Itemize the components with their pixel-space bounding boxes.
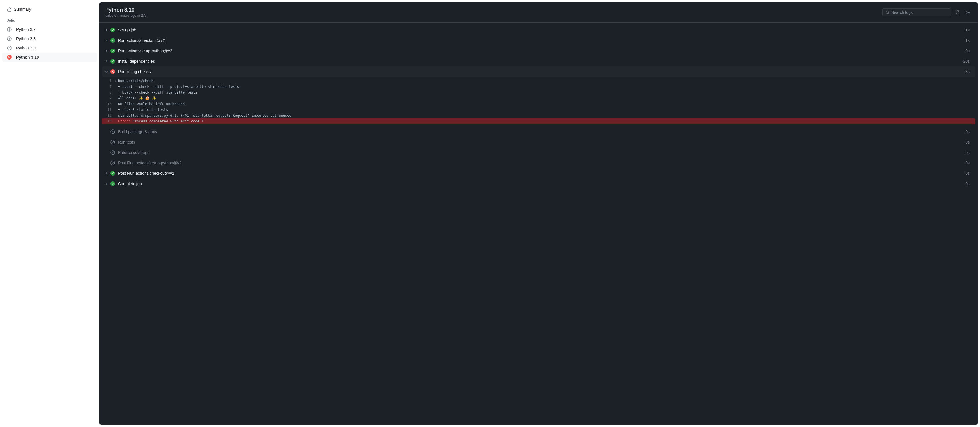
step-name: Build package & docs — [118, 129, 965, 134]
step-row[interactable]: Run linting checks3s — [102, 67, 975, 77]
step-name: Install dependencies — [118, 59, 963, 63]
success-icon — [110, 181, 116, 187]
success-icon — [110, 58, 116, 64]
line-text: Run scripts/check — [118, 78, 153, 84]
job-label: Python 3.7 — [16, 27, 35, 32]
step-row[interactable]: Post Run actions/setup-python@v20s — [102, 158, 975, 168]
step-row[interactable]: Build package & docs0s — [102, 127, 975, 137]
line-gutter — [115, 90, 118, 95]
line-number: 1 — [104, 78, 115, 84]
search-input[interactable] — [891, 10, 948, 15]
step-row[interactable]: Run actions/checkout@v21s — [102, 35, 975, 46]
line-gutter: ▸ — [115, 78, 118, 84]
log-header-actions — [882, 8, 972, 16]
failed-icon — [110, 69, 116, 75]
skipped-icon — [110, 150, 116, 156]
line-gutter — [115, 84, 118, 90]
step-name: Run actions/checkout@v2 — [118, 38, 965, 43]
svg-point-7 — [886, 11, 889, 13]
log-line[interactable]: 12starlette/formparsers.py:6:1: F401 'st… — [102, 113, 975, 119]
step-row[interactable]: Run tests0s — [102, 137, 975, 148]
line-text: All done! ✨ 🍰 ✨ — [118, 95, 156, 101]
step-duration: 3s — [965, 69, 970, 74]
step-name: Complete job — [118, 181, 965, 186]
main: Python 3.10 failed 6 minutes ago in 27s — [99, 0, 980, 427]
line-number: 8 — [104, 90, 115, 95]
search-box[interactable] — [882, 8, 951, 16]
step-duration: 1s — [965, 28, 970, 32]
step-row[interactable]: Set up job1s — [102, 25, 975, 35]
step-duration: 0s — [965, 150, 970, 155]
line-number: 7 — [104, 84, 115, 90]
status-prefix: failed — [105, 14, 114, 17]
line-number: 9 — [104, 95, 115, 101]
step-duration: 0s — [965, 129, 970, 134]
success-icon — [110, 27, 116, 33]
gear-icon — [966, 10, 970, 15]
log-header-left: Python 3.10 failed 6 minutes ago in 27s — [105, 7, 146, 17]
line-number: 10 — [104, 101, 115, 107]
line-text: + isort --check --diff --project=starlet… — [118, 84, 239, 90]
step-name: Post Run actions/setup-python@v2 — [118, 160, 965, 165]
step-row[interactable]: Run actions/setup-python@v20s — [102, 46, 975, 56]
sidebar-job-item[interactable]: Python 3.7 — [2, 25, 97, 34]
line-text: + flake8 starlette tests — [118, 107, 168, 113]
chevron-right-icon — [104, 181, 109, 186]
line-number: 13 — [104, 119, 115, 124]
step-row[interactable]: Enforce coverage0s — [102, 148, 975, 158]
chevron-right-icon — [104, 49, 109, 53]
search-icon — [886, 10, 889, 14]
sidebar-job-item[interactable]: Python 3.10 — [2, 52, 97, 62]
step-duration: 0s — [965, 171, 970, 176]
line-text: Error: Process completed with exit code … — [118, 119, 205, 124]
success-icon — [110, 170, 116, 176]
step-duration: 0s — [965, 160, 970, 165]
refresh-button[interactable] — [953, 8, 961, 16]
cancelled-icon — [7, 46, 11, 50]
timestamp: 6 minutes ago — [115, 14, 136, 17]
step-name: Set up job — [118, 28, 965, 32]
step-duration: 20s — [963, 59, 970, 63]
line-text: + black --check --diff starlette tests — [118, 90, 197, 95]
chevron-right-icon — [104, 28, 109, 32]
sidebar-summary-label: Summary — [14, 7, 31, 11]
svg-point-5 — [9, 49, 10, 49]
log-line[interactable]: 11+ flake8 starlette tests — [102, 107, 975, 113]
success-icon — [110, 48, 116, 54]
step-row[interactable]: Complete job0s — [102, 179, 975, 189]
line-gutter — [115, 119, 118, 124]
sidebar-summary[interactable]: Summary — [2, 5, 97, 14]
job-title: Python 3.10 — [105, 7, 146, 13]
step-row[interactable]: Post Run actions/checkout@v20s — [102, 168, 975, 179]
settings-button[interactable] — [964, 8, 972, 16]
sidebar: Summary Jobs Python 3.7Python 3.8Python … — [0, 0, 99, 427]
log-panel: Python 3.10 failed 6 minutes ago in 27s — [99, 2, 978, 425]
log-line[interactable]: 13Error: Process completed with exit cod… — [102, 119, 975, 124]
svg-point-8 — [967, 11, 969, 13]
line-gutter — [115, 101, 118, 107]
log-line[interactable]: 1066 files would be left unchanged. — [102, 101, 975, 107]
cancelled-icon — [7, 27, 11, 32]
line-gutter — [115, 107, 118, 113]
chevron-right-icon — [104, 171, 109, 176]
line-gutter — [115, 95, 118, 101]
line-number: 12 — [104, 113, 115, 119]
skipped-icon — [110, 160, 116, 166]
line-text: starlette/formparsers.py:6:1: F401 'star… — [118, 113, 291, 119]
job-subtitle: failed 6 minutes ago in 27s — [105, 14, 146, 17]
log-line[interactable]: 7+ isort --check --diff --project=starle… — [102, 84, 975, 90]
step-duration: 1s — [965, 38, 970, 43]
step-row[interactable]: Install dependencies20s — [102, 56, 975, 67]
log-line[interactable]: 9All done! ✨ 🍰 ✨ — [102, 95, 975, 101]
skipped-icon — [110, 129, 116, 135]
cancelled-icon — [7, 37, 11, 41]
job-label: Python 3.10 — [16, 55, 39, 60]
sidebar-job-item[interactable]: Python 3.8 — [2, 34, 97, 43]
refresh-icon — [955, 10, 960, 15]
sidebar-job-item[interactable]: Python 3.9 — [2, 43, 97, 52]
log-line[interactable]: 8+ black --check --diff starlette tests — [102, 90, 975, 95]
chevron-right-icon — [104, 38, 109, 43]
svg-point-1 — [9, 30, 10, 31]
log-line[interactable]: 1▸Run scripts/check — [102, 78, 975, 84]
skipped-icon — [110, 139, 116, 145]
